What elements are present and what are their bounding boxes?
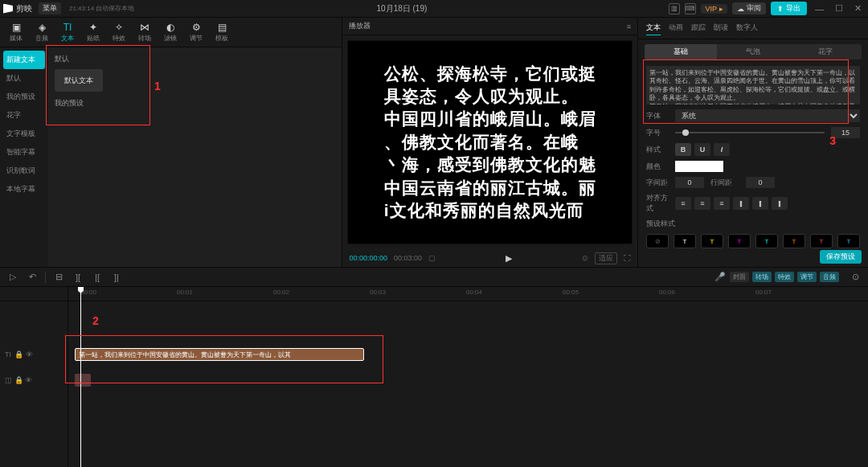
align-v2[interactable]: ⫿ [752,197,768,210]
annotation-label-3: 3 [829,134,836,147]
color-swatch[interactable] [675,161,723,172]
tool-template[interactable]: ▤模板 [209,19,235,45]
timeline-ruler[interactable]: 00:00 00:01 00:02 00:03 00:04 00:05 00:0… [68,287,868,301]
sidebar-local-caption[interactable]: 本地字幕 [0,180,48,199]
sidebar-smart-caption[interactable]: 智能字幕 [0,143,48,162]
tool-filter[interactable]: ◐滤镜 [158,19,183,45]
color-label: 颜色 [646,162,669,172]
ratio-button[interactable]: 适应 [595,252,617,264]
close-button[interactable]: ✕ [851,3,865,14]
tl-cut-icon[interactable]: ⊟ [52,271,65,284]
text-content-input[interactable]: 第一站，我们来到位于中国安徽省的黄山。黄山被誉为天下第一奇山，以其奇松、怪石、云… [646,66,860,104]
rp-sub-basic[interactable]: 基础 [645,44,717,59]
playhead[interactable] [80,287,81,467]
sidebar-default[interactable]: 默认 [0,69,48,88]
preset-6[interactable]: T [810,234,833,248]
zoom-icon[interactable]: ⊙ [582,254,588,262]
tool-text[interactable]: TI文本 [55,19,80,45]
preset-style-label: 预设样式 [646,219,860,229]
shortcut-icon[interactable]: ⌨ [685,3,696,14]
rp-tab-track[interactable]: 跟踪 [691,21,706,35]
preview-text: 公松、探海松寺，它们或挺 具姿态，令人叹为观止。 中国四川省的峨眉山。峨眉 、佛… [384,63,596,222]
tl-split-icon[interactable]: ][ [72,271,84,284]
sidebar-my-preset[interactable]: 我的预设 [0,88,48,106]
tool-transition[interactable]: ⋈转场 [132,19,158,45]
preset-4[interactable]: T [755,234,778,248]
preset-default-text[interactable]: 默认文本 [55,69,103,92]
app-logo-icon [3,4,13,14]
tl-chip-2[interactable]: 特效 [775,272,794,282]
sidebar-text-template[interactable]: 文字模板 [0,125,48,143]
tl-chip-1[interactable]: 转场 [752,272,772,282]
text-clip[interactable]: 第一站，我们来到位于中国安徽省的黄山。黄山被誉为天下第一奇山，以其 [75,348,364,361]
size-slider[interactable] [675,132,825,133]
tl-split3-icon[interactable]: ]| [110,271,123,284]
rp-tab-text[interactable]: 文本 [646,21,661,35]
spacing-input[interactable] [675,177,704,188]
layout-icon[interactable]: ▥ [669,3,680,14]
tool-adjust[interactable]: ⚙调节 [183,19,209,45]
annotation-label-2: 2 [92,314,99,327]
align-left[interactable]: ≡ [675,197,691,210]
tool-effect[interactable]: ✧特效 [106,19,132,45]
tl-undo-icon[interactable]: ↶ [26,271,39,284]
tool-media[interactable]: ▣媒体 [3,19,29,45]
rp-tab-digital[interactable]: 数字人 [736,21,758,35]
font-select[interactable]: 系统 [675,109,860,122]
rp-tab-read[interactable]: 朗读 [714,21,728,35]
underline-button[interactable]: U [694,143,710,156]
maximize-button[interactable]: ☐ [832,3,846,14]
align-v3[interactable]: ⫿ [772,197,788,210]
vip-badge[interactable]: VIP ▸ [701,4,727,14]
rp-sub-huazi[interactable]: 花字 [789,44,862,59]
rp-sub-bubble[interactable]: 气泡 [717,44,789,59]
export-button[interactable]: ⬆ 导出 [771,2,807,15]
align-center[interactable]: ≡ [694,197,710,210]
tool-audio[interactable]: ◈音频 [29,19,55,45]
align-v1[interactable]: ⫿ [733,197,749,210]
autosave-status: 21:43:14 自动保存本地 [69,4,134,13]
tl-split2-icon[interactable]: |[ [91,271,104,284]
media-clip[interactable] [75,374,91,387]
rp-tab-anim[interactable]: 动画 [669,21,683,35]
tl-select-icon[interactable]: ▷ [6,271,19,284]
preset-3[interactable]: T [728,234,751,248]
fullscreen-icon[interactable]: ⛶ [624,254,631,262]
player-title: 播放器 [349,21,371,31]
preset-2[interactable]: T [701,234,723,248]
align-label: 对齐方式 [646,193,669,214]
preset-none[interactable]: ⊘ [646,234,669,248]
font-label: 字体 [646,111,669,121]
preset-7[interactable]: T [837,234,860,248]
player-canvas[interactable]: 公松、探海松寺，它们或挺 具姿态，令人叹为观止。 中国四川省的峨眉山。峨眉 、佛… [347,40,633,244]
sidebar-huazi[interactable]: 花字 [0,106,48,125]
total-time: 00:03:00 [394,254,422,262]
line-label: 行间距 [710,178,739,188]
review-button[interactable]: ☁ 审阅 [732,2,766,14]
track-media-label[interactable]: ◫ 🔒 👁 [0,367,68,393]
minimize-button[interactable]: — [812,4,827,14]
project-title: 10月18日 (19) [134,3,669,14]
tl-chip-4[interactable]: 音频 [820,272,839,282]
caption-icon[interactable]: ▢ [428,254,436,262]
tl-chip-cover[interactable]: 封面 [730,272,749,282]
player-menu-icon[interactable]: ≡ [627,23,631,31]
play-button[interactable]: ▶ [442,253,575,264]
current-time: 00:00:00:00 [349,254,387,262]
italic-button[interactable]: I [714,143,730,156]
bold-button[interactable]: B [675,143,691,156]
preset-1[interactable]: T [674,234,696,248]
track-text-label[interactable]: TI 🔒 👁 [0,342,68,367]
line-input[interactable] [746,177,775,188]
tl-settings-icon[interactable]: ⊙ [849,271,862,284]
mic-icon[interactable]: 🎤 [714,271,727,284]
align-right[interactable]: ≡ [714,197,730,210]
preset-5[interactable]: T [783,234,805,248]
tl-chip-3[interactable]: 调节 [797,272,817,282]
sidebar-new-text[interactable]: 新建文本 [3,51,45,69]
sidebar-lyric[interactable]: 识别歌词 [0,162,48,180]
save-preset-button[interactable]: 保存预设 [820,250,862,264]
menu-dropdown[interactable]: 菜单 [39,2,61,14]
tool-sticker[interactable]: ✦贴纸 [80,19,106,45]
spacing-label: 字间距 [646,178,669,188]
